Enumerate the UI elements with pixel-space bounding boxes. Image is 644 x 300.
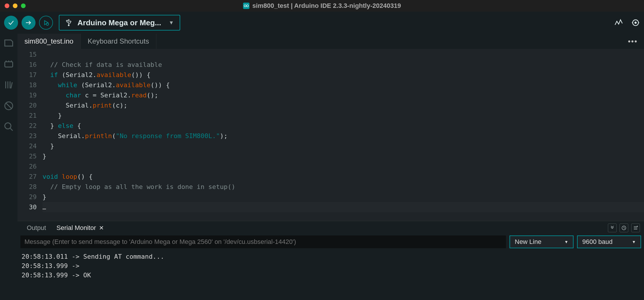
usb-icon bbox=[65, 19, 72, 26]
board-selector[interactable]: Arduino Mega or Meg... ▼ bbox=[59, 15, 180, 31]
titlebar: sim800_test | Arduino IDE 2.3.3-nightly-… bbox=[0, 0, 644, 12]
svg-point-11 bbox=[634, 22, 637, 24]
svg-point-24 bbox=[5, 123, 11, 129]
code-editor[interactable]: 15161718192021222324252627282930 // Chec… bbox=[17, 49, 644, 221]
chevron-down-icon: ▼ bbox=[169, 20, 174, 26]
verify-button[interactable] bbox=[4, 16, 18, 30]
baud-rate-select[interactable]: 9600 baud ▼ bbox=[577, 235, 641, 248]
panel-tabs: Output Serial Monitor ✕ bbox=[17, 221, 644, 235]
toolbar: Arduino Mega or Meg... ▼ bbox=[0, 12, 644, 34]
editor-tab[interactable]: Keyboard Shortcuts bbox=[81, 34, 156, 49]
minimize-window-button[interactable] bbox=[13, 3, 17, 8]
window-controls bbox=[5, 3, 26, 8]
panel-tab-serial-label: Serial Monitor bbox=[56, 224, 96, 232]
window-title: sim800_test | Arduino IDE 2.3.3-nightly-… bbox=[243, 2, 401, 10]
svg-rect-7 bbox=[66, 20, 68, 21]
window-title-text: sim800_test | Arduino IDE 2.3.3-nightly-… bbox=[252, 2, 401, 10]
editor-group: sim800_test.inoKeyboard Shortcuts ••• 15… bbox=[17, 34, 644, 300]
debug-icon[interactable] bbox=[3, 101, 14, 111]
workspace: sim800_test.inoKeyboard Shortcuts ••• 15… bbox=[0, 34, 644, 300]
clear-output-button[interactable] bbox=[631, 224, 640, 232]
tab-overflow-button[interactable]: ••• bbox=[622, 34, 644, 49]
baud-rate-label: 9600 baud bbox=[582, 238, 613, 246]
zoom-window-button[interactable] bbox=[21, 3, 26, 8]
svg-point-5 bbox=[68, 19, 69, 21]
svg-line-25 bbox=[10, 128, 13, 131]
svg-point-1 bbox=[246, 5, 248, 7]
close-icon[interactable]: ✕ bbox=[99, 224, 104, 231]
panel-tab-serial-monitor[interactable]: Serial Monitor ✕ bbox=[51, 221, 109, 235]
activity-bar bbox=[0, 34, 17, 300]
bottom-panel: Output Serial Monitor ✕ New Line ▼ bbox=[17, 221, 644, 300]
editor-tab[interactable]: sim800_test.ino bbox=[17, 34, 81, 49]
svg-point-9 bbox=[68, 25, 69, 26]
panel-tab-output[interactable]: Output bbox=[22, 221, 51, 235]
boards-manager-icon[interactable] bbox=[3, 59, 14, 69]
timestamp-toggle-button[interactable] bbox=[620, 224, 628, 232]
svg-point-8 bbox=[70, 21, 71, 22]
close-window-button[interactable] bbox=[5, 3, 9, 8]
serial-input-row: New Line ▼ 9600 baud ▼ bbox=[17, 235, 644, 249]
scroll-to-end-button[interactable] bbox=[608, 224, 617, 232]
chevron-down-icon: ▼ bbox=[564, 240, 568, 244]
code-content[interactable]: // Check if data is available if (Serial… bbox=[41, 49, 644, 221]
serial-message-input[interactable] bbox=[20, 235, 506, 248]
upload-button[interactable] bbox=[22, 16, 36, 30]
line-ending-label: New Line bbox=[515, 238, 542, 246]
board-selector-label: Arduino Mega or Meg... bbox=[77, 18, 161, 27]
svg-line-23 bbox=[6, 103, 12, 109]
tab-bar: sim800_test.inoKeyboard Shortcuts ••• bbox=[17, 34, 644, 49]
svg-rect-14 bbox=[5, 62, 13, 67]
svg-line-21 bbox=[11, 82, 13, 88]
line-ending-select[interactable]: New Line ▼ bbox=[509, 235, 574, 248]
chevron-down-icon: ▼ bbox=[632, 240, 636, 244]
line-numbers: 15161718192021222324252627282930 bbox=[17, 49, 41, 221]
svg-point-0 bbox=[244, 5, 246, 7]
serial-monitor-button[interactable] bbox=[631, 18, 640, 27]
library-manager-icon[interactable] bbox=[3, 80, 14, 90]
serial-plotter-button[interactable] bbox=[614, 18, 623, 27]
debug-button[interactable] bbox=[39, 16, 53, 30]
search-icon[interactable] bbox=[3, 122, 14, 132]
arduino-logo-icon bbox=[243, 3, 250, 9]
panel-tab-output-label: Output bbox=[27, 224, 46, 232]
serial-output[interactable]: 20:58:13.011 -> Sending AT command... 20… bbox=[17, 249, 644, 300]
sketchbook-icon[interactable] bbox=[3, 38, 14, 48]
